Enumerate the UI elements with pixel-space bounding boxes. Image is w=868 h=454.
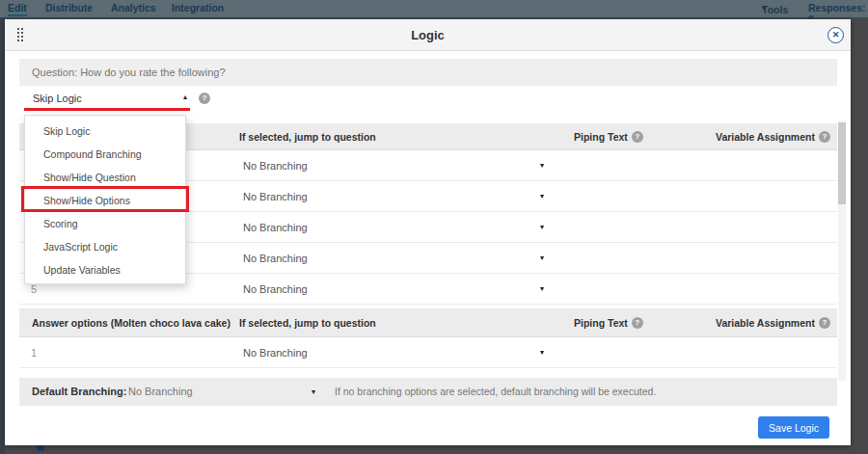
nav-tab-integration[interactable]: Integration — [172, 2, 224, 13]
chevron-down-icon: ▾ — [540, 212, 544, 243]
piping-text-label: Piping Text — [574, 131, 628, 143]
default-branching-bar: Default Branching: No Branching ▾ If no … — [19, 378, 837, 406]
help-icon[interactable]: ? — [632, 131, 643, 143]
default-branching-value: No Branching — [128, 378, 193, 406]
branching-select[interactable]: No Branching ▾ — [243, 274, 571, 305]
tools-label: Tools — [762, 4, 788, 15]
menu-item-compound-branching[interactable]: Compound Branching — [25, 143, 185, 166]
table2-rows: 1 No Branching ▾ — [19, 337, 837, 368]
branching-value: No Branching — [243, 274, 308, 305]
table-row: 1 No Branching ▾ — [19, 337, 837, 368]
row-number: 1 — [31, 337, 37, 368]
branching-select[interactable]: No Branching ▾ — [243, 337, 571, 368]
branching-value: No Branching — [243, 150, 308, 181]
column-jump-to-question: If selected, jump to question — [239, 123, 376, 150]
chevron-down-icon: ▾ — [540, 181, 544, 212]
column-variable-assignment: Variable Assignment? — [716, 308, 830, 337]
chevron-down-icon: ▾ — [312, 378, 315, 406]
annotation-red-box — [21, 186, 189, 212]
help-icon[interactable]: ? — [199, 93, 210, 104]
branching-value: No Branching — [243, 337, 308, 368]
chevron-down-icon: ▾ — [540, 243, 544, 274]
nav-tab-edit[interactable]: Edit — [8, 2, 27, 16]
column-variable-assignment: Variable Assignment? — [716, 123, 830, 150]
logic-type-selected-value: Skip Logic — [33, 89, 82, 108]
scrollbar-track[interactable] — [838, 120, 846, 381]
default-branching-select[interactable]: No Branching ▾ — [128, 378, 321, 406]
top-nav-bar: Edit Distribute Analytics Integration To… — [0, 0, 868, 17]
default-branching-label: Default Branching: — [32, 378, 126, 406]
help-icon[interactable]: ? — [632, 317, 643, 329]
nav-tab-distribute[interactable]: Distribute — [45, 2, 93, 13]
modal-header: Logic ✕ — [5, 19, 851, 51]
help-icon[interactable]: ? — [819, 131, 830, 143]
branching-select[interactable]: No Branching ▾ — [243, 243, 571, 274]
menu-item-skip-logic[interactable]: Skip Logic — [25, 120, 185, 143]
branching-value: No Branching — [243, 181, 308, 212]
default-branching-note: If no branching options are selected, de… — [335, 378, 656, 406]
help-icon[interactable]: ? — [819, 317, 830, 329]
menu-item-scoring[interactable]: Scoring — [25, 212, 185, 235]
chevron-up-icon: ▴ — [183, 93, 187, 101]
chevron-down-icon: ▾ — [540, 150, 544, 181]
page: Edit Distribute Analytics Integration To… — [0, 0, 868, 454]
table2-header: Answer options (Molten choco lava cake) … — [19, 308, 837, 337]
annotation-red-underline — [24, 108, 190, 111]
column-piping-text: Piping Text? — [574, 308, 643, 337]
chevron-down-icon: ▾ — [762, 4, 766, 13]
branching-select[interactable]: No Branching ▾ — [243, 212, 571, 243]
page-edge-chip — [37, 445, 44, 451]
branching-select[interactable]: No Branching ▾ — [243, 150, 571, 181]
branching-value: No Branching — [243, 212, 308, 243]
chevron-down-icon: ▾ — [540, 337, 544, 368]
nav-tab-analytics[interactable]: Analytics — [111, 2, 156, 13]
chevron-down-icon: ▾ — [540, 274, 544, 305]
variable-assignment-label: Variable Assignment — [716, 317, 815, 329]
variable-assignment-label: Variable Assignment — [716, 131, 815, 143]
branching-value: No Branching — [243, 243, 308, 274]
piping-text-label: Piping Text — [574, 317, 628, 329]
modal-title: Logic — [5, 19, 851, 51]
menu-item-update-variables[interactable]: Update Variables — [25, 258, 185, 281]
answer-options-label: Answer options (Molten choco lava cake) — [32, 308, 231, 337]
menu-item-javascript-logic[interactable]: JavaScript Logic — [25, 235, 185, 258]
column-piping-text: Piping Text? — [574, 123, 643, 150]
close-icon[interactable]: ✕ — [827, 27, 844, 43]
scrollbar-thumb[interactable] — [838, 122, 846, 204]
branching-select[interactable]: No Branching ▾ — [243, 181, 571, 212]
save-logic-button[interactable]: Save Logic — [758, 416, 829, 439]
column-jump-to-question: If selected, jump to question — [239, 308, 376, 337]
question-label: Question: How do you rate the following? — [19, 59, 837, 86]
logic-type-select[interactable]: Skip Logic ▴ — [29, 89, 195, 108]
